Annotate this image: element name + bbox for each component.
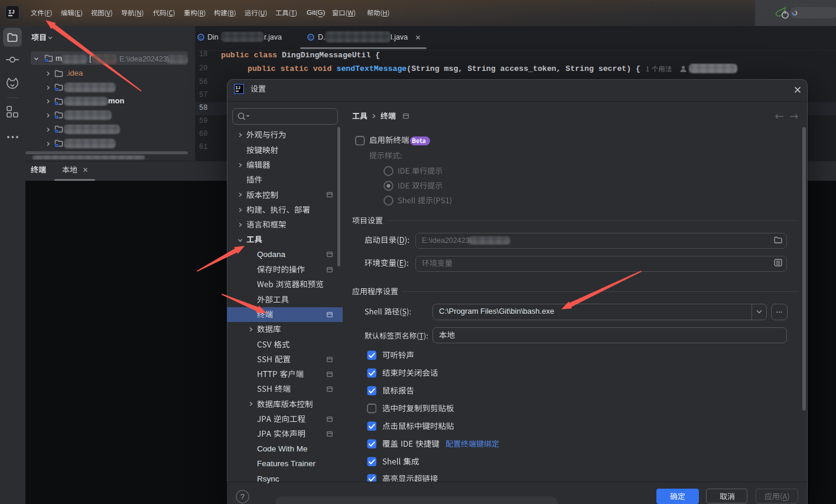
svg-text:C: C xyxy=(199,35,203,40)
svg-text:C: C xyxy=(309,35,313,40)
svg-text:IJ: IJ xyxy=(236,86,240,90)
svg-text:IJ: IJ xyxy=(8,9,15,15)
svg-text:?: ? xyxy=(240,492,245,501)
